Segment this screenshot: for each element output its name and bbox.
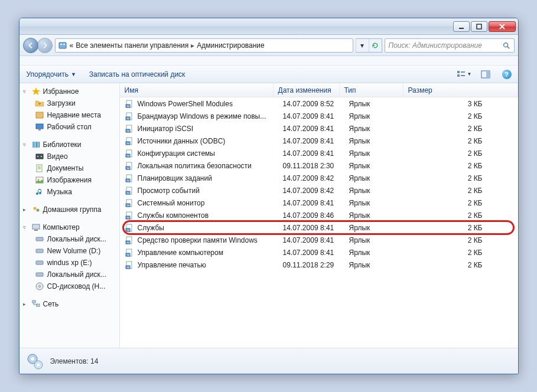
nav-drive[interactable]: Локальный диск... — [19, 269, 119, 280]
file-list[interactable]: Windows PowerShell Modules14.07.2009 8:5… — [120, 97, 518, 348]
favorites-group[interactable]: ▿Избранное — [19, 86, 119, 97]
breadcrumb-item[interactable]: Администрирование — [197, 41, 264, 50]
refresh-button[interactable] — [369, 39, 382, 52]
shortcut-icon — [125, 136, 134, 146]
file-size: 2 КБ — [408, 149, 518, 158]
homegroup-group[interactable]: ▸Домашняя группа — [19, 204, 119, 215]
file-size: 2 КБ — [408, 224, 518, 232]
nav-documents[interactable]: Документы — [19, 162, 119, 174]
col-size[interactable]: Размер — [403, 83, 518, 97]
col-name[interactable]: Имя — [120, 83, 274, 97]
shortcut-icon — [125, 161, 134, 171]
nav-cd-drive[interactable]: CD-дисковод (H... — [19, 280, 119, 292]
file-date: 14.07.2009 8:41 — [278, 137, 344, 145]
documents-icon — [35, 164, 44, 173]
file-row[interactable]: Службы компонентов14.07.2009 8:46Ярлык2 … — [120, 209, 518, 221]
preview-pane-button[interactable] — [478, 68, 493, 81]
file-name: Планировщик заданий — [138, 174, 212, 182]
file-row[interactable]: Планировщик заданий14.07.2009 8:42Ярлык2… — [120, 172, 518, 184]
file-type: Ярлык — [344, 100, 408, 108]
breadcrumb-prefix: « — [70, 41, 74, 50]
burn-button[interactable]: Записать на оптический диск — [86, 68, 189, 80]
file-date: 14.07.2009 8:41 — [278, 236, 344, 244]
computer-group[interactable]: ▿Компьютер — [19, 221, 119, 233]
nav-music[interactable]: Музыка — [19, 186, 119, 198]
collapse-icon: ▿ — [23, 89, 29, 94]
file-row[interactable]: Windows PowerShell Modules14.07.2009 8:5… — [120, 97, 518, 110]
file-type: Ярлык — [344, 125, 408, 133]
svg-rect-4 — [63, 44, 65, 45]
svg-rect-15 — [32, 142, 35, 148]
svg-rect-14 — [38, 129, 41, 130]
file-name: Windows PowerShell Modules — [138, 100, 233, 108]
address-buttons: ▾ — [356, 38, 382, 53]
file-row[interactable]: Конфигурация системы14.07.2009 8:41Ярлык… — [120, 147, 518, 159]
help-button[interactable]: ? — [499, 68, 515, 81]
nav-videos[interactable]: Видео — [19, 151, 119, 162]
file-size: 2 КБ — [408, 236, 518, 244]
organize-menu[interactable]: Упорядочить ▼ — [23, 68, 80, 80]
file-date: 14.07.2009 8:41 — [278, 224, 344, 232]
file-row[interactable]: Локальная политика безопасности09.11.201… — [120, 159, 518, 172]
nav-drive[interactable]: Локальный диск... — [19, 233, 119, 245]
svg-rect-21 — [37, 165, 42, 172]
nav-drive[interactable]: windus xp (E:) — [19, 257, 119, 269]
svg-point-20 — [41, 156, 42, 157]
homegroup-icon — [31, 205, 41, 214]
shortcut-icon — [125, 236, 134, 245]
file-size: 2 КБ — [408, 112, 518, 120]
nav-drive[interactable]: New Volume (D:) — [19, 245, 119, 257]
svg-rect-27 — [34, 230, 38, 231]
svg-rect-30 — [36, 261, 43, 264]
file-type: Ярлык — [344, 137, 408, 145]
shortcut-icon — [125, 112, 134, 121]
svg-rect-28 — [36, 237, 43, 241]
drive-icon — [35, 258, 44, 267]
history-dropdown[interactable]: ▾ — [356, 39, 369, 52]
file-row[interactable]: Средство проверки памяти Windows14.07.20… — [120, 234, 518, 246]
file-row[interactable]: Службы14.07.2009 8:41Ярлык2 КБ — [120, 221, 518, 234]
file-row[interactable]: Системный монитор14.07.2009 8:41Ярлык2 К… — [120, 197, 518, 209]
col-date[interactable]: Дата изменения — [274, 83, 340, 97]
file-type: Ярлык — [344, 249, 408, 257]
svg-rect-11 — [486, 71, 490, 78]
chevron-down-icon: ▼ — [71, 71, 76, 77]
file-type: Ярлык — [344, 187, 408, 195]
file-name: Просмотр событий — [138, 187, 200, 195]
file-size: 2 КБ — [408, 199, 518, 207]
nav-desktop[interactable]: Рабочий стол — [19, 121, 119, 133]
star-icon — [31, 87, 41, 96]
breadcrumb-item[interactable]: Все элементы панели управления — [76, 41, 188, 50]
file-row[interactable]: Инициатор iSCSI14.07.2009 8:41Ярлык2 КБ — [120, 122, 518, 135]
file-size: 2 КБ — [408, 174, 518, 182]
forward-button[interactable] — [37, 38, 53, 53]
search-input[interactable]: Поиск: Администрирование — [385, 38, 515, 53]
back-button[interactable] — [23, 38, 38, 53]
libraries-icon — [31, 140, 41, 149]
nav-downloads[interactable]: Загрузки — [19, 97, 119, 109]
file-row[interactable]: Управление печатью09.11.2018 2:29Ярлык2 … — [120, 259, 518, 271]
libraries-group[interactable]: ▿Библиотеки — [19, 139, 119, 151]
network-group[interactable]: ▸Сеть — [19, 298, 119, 310]
svg-rect-26 — [32, 224, 40, 229]
file-row[interactable]: Источники данных (ODBC)14.07.2009 8:41Яр… — [120, 135, 518, 147]
svg-point-33 — [38, 286, 40, 288]
view-options-button[interactable]: ▼ — [457, 68, 472, 81]
file-row[interactable]: Просмотр событий14.07.2009 8:42Ярлык2 КБ — [120, 184, 518, 197]
file-row[interactable]: Брандмауэр Windows в режиме повы...14.07… — [120, 110, 518, 122]
maximize-button[interactable] — [471, 21, 487, 32]
column-headers: Имя Дата изменения Тип Размер — [120, 83, 518, 97]
file-row[interactable]: Управление компьютером14.07.2009 8:41Ярл… — [120, 246, 518, 259]
file-size: 2 КБ — [408, 211, 518, 220]
svg-rect-17 — [38, 142, 40, 148]
file-type: Ярлык — [344, 149, 408, 158]
minimize-button[interactable] — [453, 21, 470, 32]
col-type[interactable]: Тип — [340, 83, 403, 97]
svg-rect-9 — [461, 75, 465, 76]
nav-recent[interactable]: Недавние места — [19, 109, 119, 121]
close-button[interactable] — [489, 21, 516, 32]
shortcut-icon — [125, 211, 134, 220]
search-icon — [502, 41, 510, 50]
address-bar[interactable]: « Все элементы панели управления ▸ Админ… — [55, 38, 353, 53]
nav-pictures[interactable]: Изображения — [19, 174, 119, 186]
